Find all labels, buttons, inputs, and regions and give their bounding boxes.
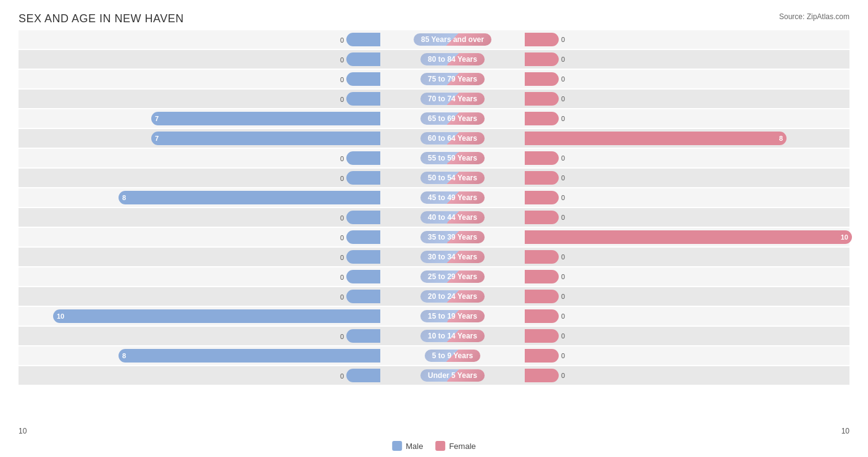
age-label-pill: 25 to 29 Years xyxy=(420,270,485,283)
age-label-pill: 60 to 64 Years xyxy=(420,132,485,145)
chart-title: SEX AND AGE IN NEW HAVEN xyxy=(19,12,849,25)
female-bar-value: 8 xyxy=(779,135,783,142)
female-bar-stub xyxy=(525,112,559,125)
female-bar-stub xyxy=(525,369,559,382)
male-bar-section: 0 xyxy=(19,267,383,286)
age-label-center: 75 to 79 Years xyxy=(383,73,522,85)
chart-row: 010 to 14 Years0 xyxy=(19,327,849,345)
male-bar-section: 0 xyxy=(19,70,383,88)
male-bar-section: 7 xyxy=(19,129,383,148)
male-bar-value: 7 xyxy=(155,115,159,122)
male-bar-zero: 0 xyxy=(340,212,346,223)
female-zero-value: 0 xyxy=(561,56,565,63)
female-bar-stub xyxy=(525,191,559,204)
female-bar-stub xyxy=(525,72,559,86)
chart-area: 085 Years and over0080 to 84 Years0075 t… xyxy=(19,30,849,413)
female-zero-value: 0 xyxy=(561,75,565,83)
male-bar-section: 0 xyxy=(19,366,383,385)
male-bar-stub xyxy=(346,230,380,244)
male-bar-section: 0 xyxy=(19,228,383,246)
age-label-center: 70 to 74 Years xyxy=(383,93,522,105)
age-label-pill: 45 to 49 Years xyxy=(420,191,485,204)
female-bar-section: 0 xyxy=(522,188,868,207)
male-swatch xyxy=(392,441,402,451)
female-zero-value: 0 xyxy=(561,115,565,122)
chart-row: 070 to 74 Years0 xyxy=(19,90,849,108)
male-bar-section: 0 xyxy=(19,149,383,167)
female-bar-section: 0 xyxy=(522,149,868,167)
source-label: Source: ZipAtlas.com xyxy=(779,12,849,21)
female-bar: 10 xyxy=(525,230,852,244)
age-label-pill: 15 to 19 Years xyxy=(420,310,485,322)
female-zero-value: 0 xyxy=(561,372,565,379)
female-bar-stub xyxy=(525,52,559,66)
female-zero-value: 0 xyxy=(561,332,565,340)
male-bar-zero: 0 xyxy=(340,232,346,243)
female-zero-value: 0 xyxy=(561,273,565,280)
male-bar-stub xyxy=(346,329,380,343)
age-label-pill: 50 to 54 Years xyxy=(420,172,485,184)
male-bar-zero: 0 xyxy=(340,251,346,262)
male-bar-section: 0 xyxy=(19,248,383,266)
male-bar-zero: 0 xyxy=(340,330,346,342)
age-label-center: 60 to 64 Years xyxy=(383,132,522,145)
male-bar-zero: 0 xyxy=(340,153,346,164)
age-label-center: 85 Years and over xyxy=(383,33,522,46)
male-bar-zero: 0 xyxy=(340,271,346,282)
male-bar-stub xyxy=(346,171,380,185)
female-bar-stub xyxy=(525,92,559,106)
male-bar-section: 0 xyxy=(19,169,383,187)
female-bar-stub xyxy=(525,309,559,323)
male-bar-section: 0 xyxy=(19,327,383,345)
male-bar-section: 0 xyxy=(19,50,383,69)
female-bar-section: 0 xyxy=(522,307,868,325)
chart-row: 85 to 9 Years0 xyxy=(19,346,849,365)
legend-area: Male Female xyxy=(392,441,476,451)
age-label-pill: 40 to 44 Years xyxy=(420,211,485,224)
age-label-center: 65 to 69 Years xyxy=(383,112,522,125)
female-bar-section: 8 xyxy=(522,129,868,148)
male-bar-stub xyxy=(346,369,380,382)
female-bar-section: 0 xyxy=(522,248,868,266)
axis-right: 10 xyxy=(841,427,849,435)
age-label-pill: 70 to 74 Years xyxy=(420,93,485,105)
chart-row: 845 to 49 Years0 xyxy=(19,188,849,207)
age-label-center: 10 to 14 Years xyxy=(383,330,522,342)
female-bar-section: 0 xyxy=(522,70,868,88)
male-bar-stub xyxy=(346,151,380,165)
legend-female: Female xyxy=(435,441,475,451)
chart-row: 085 Years and over0 xyxy=(19,30,849,49)
female-bar-stub xyxy=(525,33,559,46)
male-bar: 10 xyxy=(53,309,380,323)
chart-row: 080 to 84 Years0 xyxy=(19,50,849,69)
chart-row: 035 to 39 Years10 xyxy=(19,228,849,246)
chart-row: 050 to 54 Years0 xyxy=(19,169,849,187)
age-label-pill: 80 to 84 Years xyxy=(420,53,485,65)
chart-row: 030 to 34 Years0 xyxy=(19,248,849,266)
female-bar-stub xyxy=(525,349,559,363)
female-bar-section: 0 xyxy=(522,109,868,128)
chart-row: 020 to 24 Years0 xyxy=(19,287,849,306)
age-label-pill: 30 to 34 Years xyxy=(420,251,485,263)
female-bar-stub xyxy=(525,290,559,303)
female-zero-value: 0 xyxy=(561,293,565,300)
female-bar: 8 xyxy=(525,132,787,145)
chart-row: 055 to 59 Years0 xyxy=(19,149,849,167)
male-bar-zero: 0 xyxy=(340,370,346,381)
female-label: Female xyxy=(449,442,475,451)
female-bar-section: 10 xyxy=(522,228,868,246)
female-bar-section: 0 xyxy=(522,208,868,227)
chart-row: 040 to 44 Years0 xyxy=(19,208,849,227)
chart-row: 760 to 64 Years8 xyxy=(19,129,849,148)
female-zero-value: 0 xyxy=(561,312,565,320)
male-bar-stub xyxy=(346,211,380,224)
male-bar: 8 xyxy=(119,191,380,204)
female-bar-section: 0 xyxy=(522,327,868,345)
female-zero-value: 0 xyxy=(561,253,565,261)
female-zero-value: 0 xyxy=(561,36,565,43)
female-zero-value: 0 xyxy=(561,95,565,103)
age-label-pill: 75 to 79 Years xyxy=(420,73,485,85)
age-label-center: 25 to 29 Years xyxy=(383,270,522,283)
male-bar-section: 0 xyxy=(19,208,383,227)
female-bar-section: 0 xyxy=(522,169,868,187)
